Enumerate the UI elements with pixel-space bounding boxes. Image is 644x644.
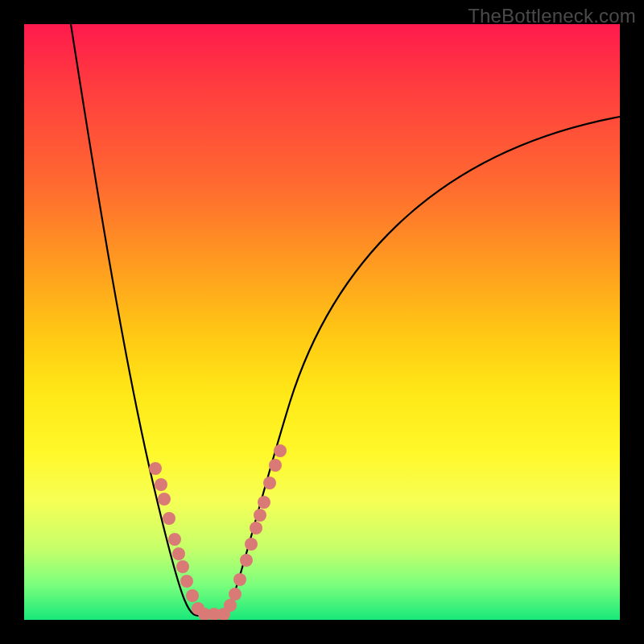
data-point: [172, 547, 185, 560]
data-point: [229, 588, 242, 601]
curve-layer: [71, 24, 620, 616]
data-point: [258, 496, 270, 509]
data-point: [250, 522, 262, 535]
data-point: [180, 575, 193, 588]
data-point: [274, 444, 287, 457]
data-point: [224, 599, 237, 612]
outer-frame: TheBottleneck.com: [0, 0, 644, 644]
data-point: [158, 493, 171, 506]
data-point: [254, 509, 266, 522]
data-point: [149, 462, 162, 475]
data-point: [163, 512, 175, 525]
curve-right-branch: [225, 117, 620, 616]
data-point: [245, 538, 258, 551]
plot-area: [24, 24, 620, 620]
dot-layer: [149, 444, 287, 620]
data-point: [240, 554, 253, 567]
curve-left-branch: [71, 24, 203, 616]
chart-svg: [24, 24, 620, 620]
data-point: [168, 533, 181, 546]
data-point: [263, 477, 276, 489]
data-point: [155, 478, 167, 491]
data-point: [269, 459, 282, 472]
data-point: [186, 589, 199, 602]
data-point: [176, 560, 189, 573]
data-point: [233, 573, 246, 586]
